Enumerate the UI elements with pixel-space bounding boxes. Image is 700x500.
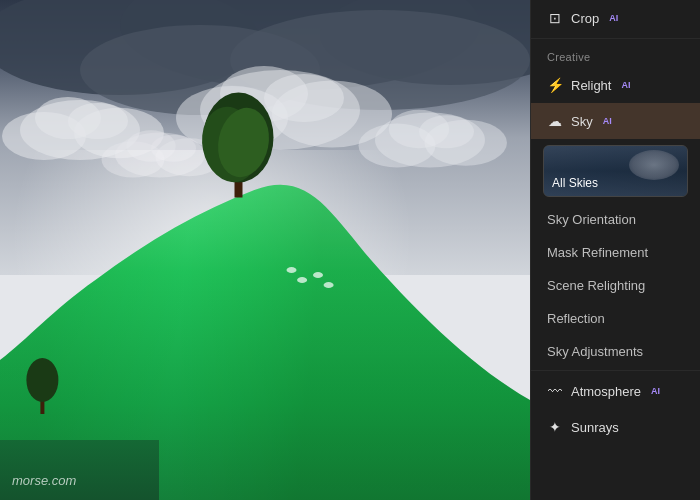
sky-adjustments-label: Sky Adjustments bbox=[547, 344, 643, 359]
sidebar-item-sunrays[interactable]: ✦ Sunrays bbox=[531, 409, 700, 445]
relight-icon: ⚡ bbox=[547, 77, 563, 93]
crop-ai-badge: AI bbox=[609, 13, 618, 23]
sidebar: ⊡ CropAI Creative ⚡ RelightAI ☁ SkyAI Al… bbox=[530, 0, 700, 500]
sidebar-item-atmosphere[interactable]: 〰 AtmosphereAI bbox=[531, 373, 700, 409]
sidebar-item-scene-relighting[interactable]: Scene Relighting bbox=[531, 269, 700, 302]
relight-label: Relight bbox=[571, 78, 611, 93]
atmosphere-icon: 〰 bbox=[547, 383, 563, 399]
divider-1 bbox=[531, 38, 700, 39]
sidebar-item-relight[interactable]: ⚡ RelightAI bbox=[531, 67, 700, 103]
sky-icon: ☁ bbox=[547, 113, 563, 129]
sky-label: Sky bbox=[571, 114, 593, 129]
sidebar-item-sky-adjustments[interactable]: Sky Adjustments bbox=[531, 335, 700, 368]
reflection-label: Reflection bbox=[547, 311, 605, 326]
divider-2 bbox=[531, 370, 700, 371]
main-image: morse.com bbox=[0, 0, 530, 500]
relight-ai-badge: AI bbox=[621, 80, 630, 90]
sidebar-item-sky-orientation[interactable]: Sky Orientation bbox=[531, 203, 700, 236]
sky-thumbnail-clouds bbox=[629, 150, 679, 180]
mask-refinement-label: Mask Refinement bbox=[547, 245, 648, 260]
creative-section-label: Creative bbox=[531, 41, 700, 67]
sunrays-label: Sunrays bbox=[571, 420, 619, 435]
atmosphere-label: Atmosphere bbox=[571, 384, 641, 399]
sky-thumbnail[interactable]: All Skies bbox=[543, 145, 688, 197]
scene-relighting-label: Scene Relighting bbox=[547, 278, 645, 293]
sky-orientation-label: Sky Orientation bbox=[547, 212, 636, 227]
atmosphere-ai-badge: AI bbox=[651, 386, 660, 396]
sidebar-item-mask-refinement[interactable]: Mask Refinement bbox=[531, 236, 700, 269]
sidebar-item-sky[interactable]: ☁ SkyAI bbox=[531, 103, 700, 139]
sidebar-item-reflection[interactable]: Reflection bbox=[531, 302, 700, 335]
crop-label: Crop bbox=[571, 11, 599, 26]
sidebar-item-crop[interactable]: ⊡ CropAI bbox=[531, 0, 700, 36]
sunrays-icon: ✦ bbox=[547, 419, 563, 435]
watermark: morse.com bbox=[12, 473, 76, 488]
crop-icon: ⊡ bbox=[547, 10, 563, 26]
sky-thumbnail-label: All Skies bbox=[552, 176, 598, 190]
sky-ai-badge: AI bbox=[603, 116, 612, 126]
